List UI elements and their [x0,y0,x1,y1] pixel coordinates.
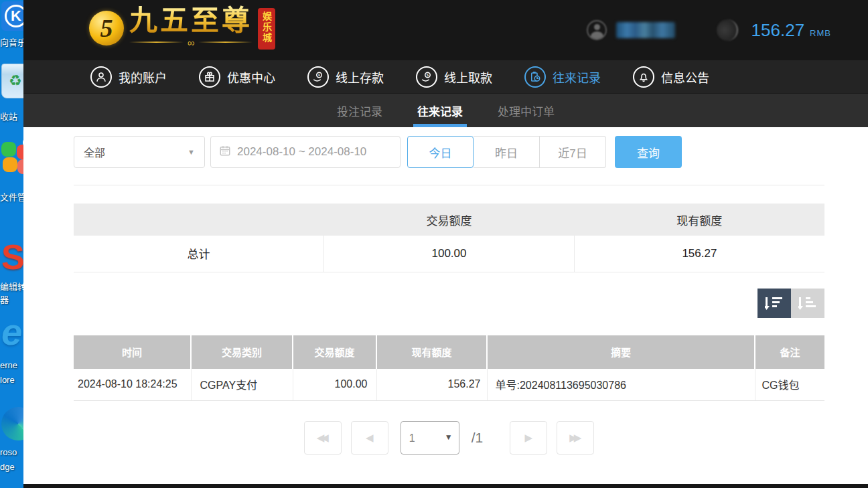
cell-type: CGPAY支付 [191,369,293,401]
desktop-icon-label: 器 [0,293,9,305]
tab-label: 处理中订单 [498,102,555,119]
desktop-icon-label: roso [0,447,17,457]
withdraw-icon: $ [416,66,437,88]
nav-item-deposit[interactable]: ¥ 线上存款 [307,66,384,88]
nav-item-promotions[interactable]: 优惠中心 [199,66,275,88]
page-total: /1 [472,430,484,446]
records-table: 时间 交易类别 交易额度 现有额度 摘要 备注 2024-08-10 18:24… [74,335,824,402]
sort-descending-icon [765,295,784,311]
file-manager-icon[interactable]: 4 [1,141,23,171]
tab-betting-records[interactable]: 投注记录 [334,94,385,127]
logo-title: 九五至尊 [129,5,252,36]
username-redacted [616,22,675,38]
tab-label: 投注记录 [337,102,382,119]
svg-text:¥: ¥ [318,73,321,77]
summary-total-balance: 156.27 [574,236,824,272]
filter-row: 全部 ▼ 2024-08-10 ~ 2024-08-10 今日 昨日 近7日 查… [74,136,824,168]
music-k-icon[interactable]: K [1,1,23,31]
type-select-value: 全部 [84,144,105,160]
col-header-time: 时间 [74,335,191,369]
user-avatar-icon[interactable] [587,20,607,40]
wallet-icon[interactable] [717,19,738,41]
recycle-bin-icon[interactable]: ♻ [1,64,23,98]
type-select[interactable]: 全部 ▼ [74,136,205,168]
date-range-value: 2024-08-10 ~ 2024-08-10 [237,145,366,159]
balance-currency: RMB [810,28,831,38]
taskbar-edge [23,484,868,488]
col-header-amount: 交易额度 [293,335,376,369]
deposit-icon: ¥ [307,66,329,88]
summary-total-label: 总计 [74,236,324,272]
records-icon [524,66,546,88]
site-header: 5 九五至尊 ∞ 娱乐城 156.27 RMB [23,0,868,60]
balance-display: 156.27 RMB [751,20,831,41]
nav-item-withdraw[interactable]: $ 线上取款 [416,66,492,88]
nav-label: 优惠中心 [227,68,275,86]
desktop-icon-label: 编辑转 [0,280,23,293]
sort-ascending-button[interactable] [791,289,824,318]
tab-transaction-records[interactable]: 往来记录 [415,94,465,127]
table-row: 2024-08-10 18:24:25 CGPAY支付 100.00 156.2… [74,369,824,401]
today-button[interactable]: 今日 [407,136,474,168]
microsoft-edge-icon[interactable] [1,407,23,440]
nav-label: 线上取款 [444,68,492,86]
yesterday-button[interactable]: 昨日 [474,136,540,168]
summary-header-amount: 交易额度 [324,204,575,236]
nav-item-transaction-records[interactable]: 往来记录 [524,66,601,88]
tab-processing-orders[interactable]: 处理中订单 [495,94,557,127]
cell-time: 2024-08-10 18:24:25 [74,369,191,401]
cell-balance: 156.27 [376,369,487,401]
first-page-button[interactable]: ◀◀ [304,421,342,455]
nav-label: 我的账户 [119,68,167,86]
sort-ascending-icon [798,295,817,311]
right-arrow-icon: ▶ [524,432,532,444]
balance-amount: 156.27 [751,20,805,41]
desktop-icon-label: 收站 [0,110,17,123]
chevron-down-icon: ▼ [188,148,195,156]
nav-item-my-account[interactable]: 我的账户 [90,66,167,88]
page-select-wrap: 1 ▼ [401,421,459,455]
desktop-strip: K 向音乐 ♻ 收站 4 文件管 S 编辑转 器 e erne lore ros… [0,0,23,488]
site-logo[interactable]: 5 九五至尊 ∞ 娱乐城 [89,5,275,50]
sort-controls [74,289,824,318]
bell-icon [633,66,654,88]
logo-coin-icon: 5 [89,11,124,46]
tab-label: 往来记录 [417,102,463,119]
user-icon [90,66,112,88]
section-divider [74,185,824,185]
svg-text:$: $ [427,73,429,77]
calendar-icon [219,145,231,159]
search-button[interactable]: 查询 [615,136,682,168]
summary-total-amount: 100.00 [324,236,575,272]
page-select[interactable]: 1 [401,421,459,455]
summary-header-balance: 现有额度 [574,204,824,236]
last-7-days-button[interactable]: 近7日 [540,136,606,168]
double-right-arrow-icon: ▶▶ [569,432,578,444]
pagination: ◀◀ ◀ 1 ▼ /1 ▶ ▶▶ [74,421,824,455]
main-nav: 我的账户 优惠中心 ¥ 线上存款 $ 线上取款 往来记录 [23,60,868,94]
col-header-remark: 备注 [755,335,824,369]
desktop-icon-label: erne [0,360,17,370]
quick-date-group: 今日 昨日 近7日 [407,136,606,168]
col-header-summary: 摘要 [487,335,755,369]
cell-remark: CG钱包 [755,369,824,401]
desktop-icon-label: lore [0,375,15,385]
cell-summary: 单号:202408113695030786 [487,369,755,401]
date-range-input[interactable]: 2024-08-10 ~ 2024-08-10 [210,136,401,168]
left-arrow-icon: ◀ [366,432,374,444]
nav-item-announcements[interactable]: 信息公告 [633,66,709,88]
summary-header-empty [74,204,324,236]
nav-label: 线上存款 [336,68,384,86]
logo-badge: 娱乐城 [258,8,275,50]
internet-explorer-icon[interactable]: e [1,313,22,351]
double-left-arrow-icon: ◀◀ [317,432,326,444]
next-page-button[interactable]: ▶ [510,421,547,455]
last-page-button[interactable]: ▶▶ [557,421,594,455]
nav-label: 往来记录 [553,68,601,86]
sub-nav: 投注记录 往来记录 处理中订单 [23,94,868,127]
editor-s-icon[interactable]: S [1,240,23,274]
sort-descending-button[interactable] [757,289,791,318]
active-tab-underline [413,124,467,127]
desktop-icon-label: 向音乐 [0,35,23,48]
previous-page-button[interactable]: ◀ [351,421,388,455]
